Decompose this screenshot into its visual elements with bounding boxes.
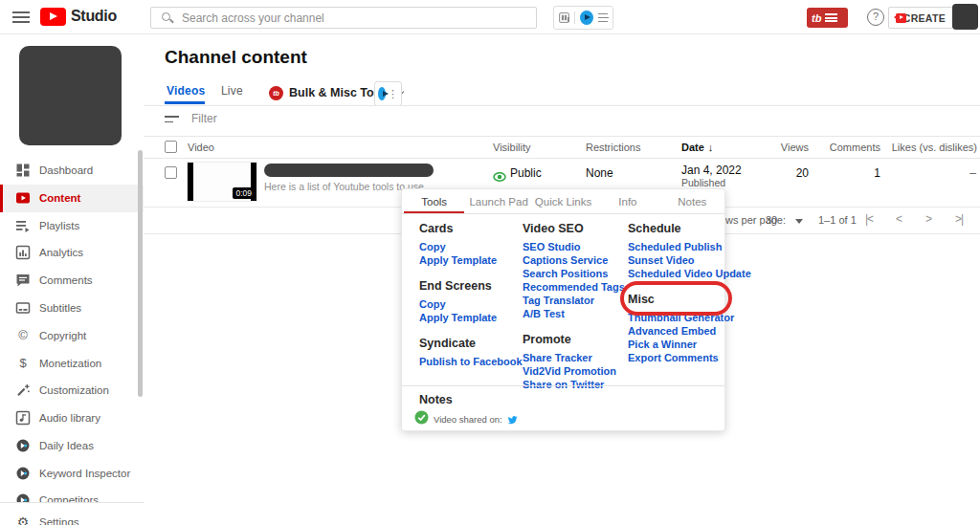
sidebar-item-daily-ideas[interactable]: Daily Ideas [0, 432, 144, 460]
sidebar-item-content[interactable]: Content [0, 185, 144, 212]
video-thumbnail[interactable]: 0:09 [187, 162, 257, 202]
tool-link-recommended-tags[interactable]: Recommended Tags [523, 280, 623, 294]
sidebar-item-label: Playlists [39, 220, 79, 231]
popup-tab-info[interactable]: Info [595, 189, 659, 213]
sidebar-scrollbar[interactable] [138, 150, 143, 397]
active-tab-indicator [165, 101, 205, 104]
tool-link-cards-apply-template[interactable]: Apply Template [419, 253, 520, 267]
tool-link-share-on-twitter[interactable]: Share on Twitter [523, 378, 623, 391]
tool-link-endscreens-apply-template[interactable]: Apply Template [419, 311, 520, 324]
tool-link-publish-to-facebook[interactable]: Publish to Facebook [419, 355, 520, 368]
group-title: Video SEO [523, 222, 623, 235]
sidebar-item-subtitles[interactable]: Subtitles [0, 295, 144, 322]
column-header-visibility[interactable]: Visibility [493, 142, 531, 153]
sidebar-item-settings[interactable]: Settings [0, 509, 144, 525]
sidebar-item-dashboard[interactable]: Dashboard [0, 157, 144, 185]
next-page-icon[interactable]: > [919, 212, 938, 226]
create-button[interactable]: CREATE [888, 7, 953, 29]
tubebuddy-menu-icon [825, 13, 837, 22]
sidebar-item-monetization[interactable]: Monetization [0, 350, 144, 378]
column-header-likes[interactable]: Likes (vs. dislikes) [892, 142, 977, 153]
extension-menu-icon[interactable] [598, 13, 608, 22]
search-input[interactable] [182, 8, 526, 28]
tool-link-pick-a-winner[interactable]: Pick a Winner [628, 338, 728, 351]
rows-per-page-select[interactable]: 30 [766, 214, 777, 226]
menu-icon[interactable] [12, 11, 30, 23]
group-title: Cards [419, 222, 520, 235]
filter-icon [165, 116, 179, 124]
tool-link-endscreens-copy[interactable]: Copy [419, 297, 520, 311]
last-page-icon[interactable]: >| [949, 212, 969, 226]
tool-link-cards-copy[interactable]: Copy [419, 240, 520, 253]
search-bar[interactable] [150, 7, 537, 29]
likes-value: – [969, 166, 976, 180]
stats-extension-icon[interactable] [559, 12, 569, 23]
tool-link-ab-test[interactable]: A/B Test [523, 307, 623, 320]
tubebuddy-tools-popup: Tools Launch Pad Quick Links Info Notes … [401, 188, 725, 431]
popup-column-1: Cards Copy Apply Template End Screens Co… [419, 215, 520, 368]
popup-tab-tools[interactable]: Tools [402, 189, 466, 213]
tool-link-seo-studio[interactable]: SEO Studio [523, 240, 623, 253]
account-avatar[interactable] [952, 4, 978, 30]
select-all-checkbox[interactable] [165, 141, 177, 153]
tool-link-scheduled-publish[interactable]: Scheduled Publish [628, 240, 728, 253]
filter-input[interactable]: Filter [191, 112, 217, 125]
sidebar-item-competitors[interactable]: Competitors [0, 487, 144, 502]
sidebar-item-copyright[interactable]: Copyright [0, 322, 144, 350]
column-header-comments[interactable]: Comments [830, 142, 880, 153]
dashboard-icon [15, 163, 31, 178]
row-checkbox[interactable] [165, 166, 177, 179]
tab-videos[interactable]: Videos [167, 84, 205, 98]
tubebuddy-logo-text: tb [812, 12, 821, 24]
tool-link-tag-translator[interactable]: Tag Translator [523, 294, 623, 307]
sidebar-scroll-area: Dashboard Content Playlists Analytics [0, 34, 144, 502]
previous-page-icon[interactable]: < [889, 212, 908, 226]
gear-icon [15, 514, 31, 525]
dropdown-caret-icon[interactable] [795, 219, 803, 224]
tool-link-search-positions[interactable]: Search Positions [523, 267, 623, 280]
filter-divider [144, 136, 980, 137]
tool-link-advanced-embed[interactable]: Advanced Embed [628, 324, 728, 338]
sidebar-item-customization[interactable]: Customization [0, 377, 144, 405]
popup-tab-quick-links[interactable]: Quick Links [531, 189, 595, 213]
youtube-logo-icon[interactable] [40, 8, 66, 26]
sidebar-item-label: Settings [39, 516, 79, 525]
tool-link-thumbnail-generator[interactable]: Thumbnail Generator [628, 311, 728, 324]
sidebar-item-analytics[interactable]: Analytics [0, 239, 144, 267]
vidiq-icon[interactable] [580, 11, 593, 25]
brand-name[interactable]: Studio [71, 8, 117, 25]
first-page-icon[interactable]: |< [859, 212, 879, 226]
sidebar-item-playlists[interactable]: Playlists [0, 212, 144, 240]
create-video-icon [896, 13, 898, 23]
tool-link-scheduled-video-update[interactable]: Scheduled Video Update [628, 267, 728, 280]
note-text: Video shared on: [434, 414, 502, 425]
column-header-date[interactable]: Date [681, 142, 713, 153]
vidiq-menu-button[interactable] [374, 81, 402, 106]
sidebar-item-label: Analytics [39, 247, 83, 258]
tubebuddy-badge[interactable]: tb [807, 8, 848, 28]
column-header-video[interactable]: Video [188, 142, 214, 153]
popup-tab-notes[interactable]: Notes [660, 189, 724, 213]
column-header-views[interactable]: Views [781, 142, 809, 153]
video-title-redacted[interactable] [264, 164, 434, 177]
analytics-icon [15, 245, 31, 260]
tool-link-captions-service[interactable]: Captions Service [523, 253, 623, 267]
tool-link-share-tracker[interactable]: Share Tracker [523, 351, 623, 364]
tab-live[interactable]: Live [221, 84, 243, 98]
tool-link-sunset-video[interactable]: Sunset Video [628, 253, 728, 267]
tool-link-export-comments[interactable]: Export Comments [628, 351, 728, 364]
popup-tab-bar: Tools Launch Pad Quick Links Info Notes [402, 189, 724, 214]
sidebar-item-comments[interactable]: Comments [0, 267, 144, 295]
visibility-value[interactable]: Public [510, 166, 542, 180]
date-status: Published [681, 177, 725, 188]
help-icon[interactable]: ? [867, 9, 884, 26]
sidebar-divider [0, 502, 144, 503]
tubebuddy-icon [15, 466, 31, 481]
sidebar-item-keyword-inspector[interactable]: Keyword Inspector [0, 460, 144, 488]
copyright-icon [15, 328, 31, 343]
page-title: Channel content [165, 47, 307, 68]
popup-tab-launch-pad[interactable]: Launch Pad [466, 189, 530, 213]
column-header-restrictions[interactable]: Restrictions [586, 142, 640, 153]
tool-link-vid2vid-promotion[interactable]: Vid2Vid Promotion [523, 364, 623, 378]
sidebar-item-audio-library[interactable]: Audio library [0, 405, 144, 432]
